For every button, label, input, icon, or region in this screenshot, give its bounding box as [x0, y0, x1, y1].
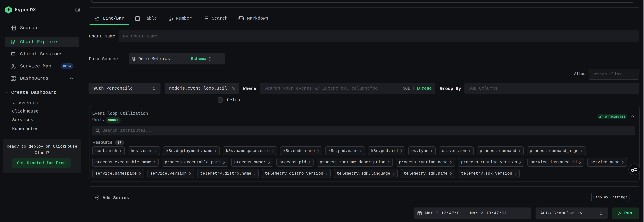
- svg-text:1: 1: [419, 213, 420, 215]
- svg-text:3: 3: [172, 17, 173, 20]
- svg-text:2: 2: [169, 18, 171, 21]
